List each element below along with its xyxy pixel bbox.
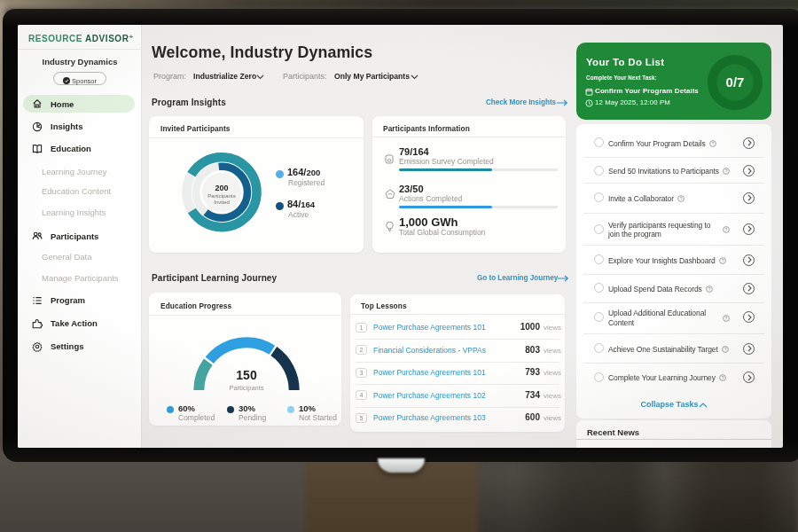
svg-text:?: ? <box>724 346 727 351</box>
svg-text:?: ? <box>725 168 728 174</box>
svg-text:?: ? <box>722 375 724 380</box>
svg-text:?: ? <box>680 196 683 201</box>
svg-text:?: ? <box>725 227 728 232</box>
svg-text:?: ? <box>725 315 728 320</box>
svg-text:?: ? <box>708 286 711 291</box>
svg-text:?: ? <box>722 257 724 262</box>
svg-text:?: ? <box>712 140 715 145</box>
